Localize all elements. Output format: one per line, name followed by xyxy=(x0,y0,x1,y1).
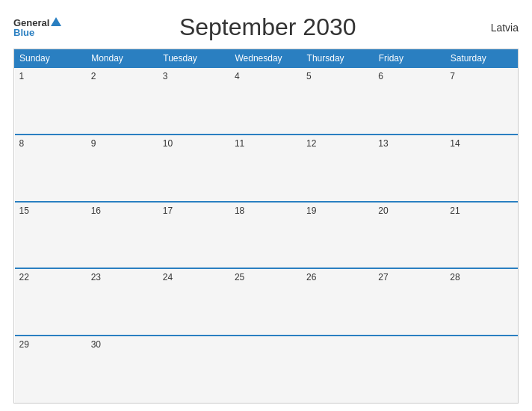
day-cell-1-6: 14 xyxy=(445,135,517,202)
day-number: 19 xyxy=(306,206,316,216)
day-cell-0-5: 6 xyxy=(374,67,445,135)
week-row-4: 2930 xyxy=(15,336,518,403)
logo-blue-text: Blue xyxy=(13,28,34,37)
day-number: 28 xyxy=(450,272,460,282)
day-number: 21 xyxy=(450,206,460,216)
day-cell-3-2: 24 xyxy=(158,268,230,336)
day-cell-1-3: 11 xyxy=(230,135,302,202)
day-cell-4-1: 30 xyxy=(87,336,158,403)
day-number: 1 xyxy=(19,71,25,81)
day-number: 11 xyxy=(235,138,244,149)
day-cell-0-0: 1 xyxy=(15,67,87,135)
day-number: 20 xyxy=(378,206,388,216)
day-number: 26 xyxy=(306,272,316,282)
header-wednesday: Wednesday xyxy=(230,50,302,68)
day-number: 23 xyxy=(91,272,101,282)
day-number: 7 xyxy=(450,71,455,81)
day-cell-0-1: 2 xyxy=(87,67,158,135)
day-cell-1-1: 9 xyxy=(87,135,158,202)
day-cell-4-5 xyxy=(374,336,445,403)
week-row-3: 22232425262728 xyxy=(15,268,518,336)
day-cell-3-5: 27 xyxy=(374,268,445,336)
day-cell-1-0: 8 xyxy=(15,135,87,202)
day-number: 8 xyxy=(19,138,25,149)
logo: General Blue xyxy=(13,18,61,37)
day-cell-1-4: 12 xyxy=(302,135,374,202)
day-cell-4-0: 29 xyxy=(15,336,87,403)
day-number: 14 xyxy=(450,138,460,149)
day-cell-3-4: 26 xyxy=(302,268,374,336)
day-number: 13 xyxy=(378,138,388,149)
day-number: 27 xyxy=(378,272,388,282)
day-number: 3 xyxy=(163,71,168,81)
day-cell-0-2: 3 xyxy=(158,67,230,135)
day-number: 22 xyxy=(19,272,29,282)
day-number: 15 xyxy=(19,206,29,216)
day-number: 4 xyxy=(235,71,240,81)
day-cell-3-3: 25 xyxy=(230,268,302,336)
day-cell-4-3 xyxy=(230,336,302,403)
page: General Blue September 2030 Latvia Sunda… xyxy=(0,0,532,411)
day-cell-0-6: 7 xyxy=(445,67,517,135)
day-number: 18 xyxy=(235,206,244,216)
day-number: 30 xyxy=(91,339,101,350)
week-row-0: 1234567 xyxy=(15,67,518,135)
day-number: 12 xyxy=(306,138,316,149)
day-number: 5 xyxy=(306,71,312,81)
logo-general-text: General xyxy=(13,18,49,28)
calendar-title: September 2030 xyxy=(61,13,474,41)
day-number: 24 xyxy=(163,272,173,282)
logo-triangle-icon xyxy=(51,17,61,26)
day-cell-1-2: 10 xyxy=(158,135,230,202)
day-cell-2-6: 21 xyxy=(445,202,517,269)
day-cell-3-1: 23 xyxy=(87,268,158,336)
day-number: 10 xyxy=(163,138,173,149)
header-friday: Friday xyxy=(374,50,445,68)
day-number: 9 xyxy=(91,138,96,149)
country-label: Latvia xyxy=(474,22,519,34)
header-tuesday: Tuesday xyxy=(158,50,230,68)
day-cell-4-6 xyxy=(445,336,517,403)
header-saturday: Saturday xyxy=(445,50,517,68)
day-cell-2-2: 17 xyxy=(158,202,230,269)
header-monday: Monday xyxy=(87,50,158,68)
day-number: 29 xyxy=(19,339,29,350)
day-cell-1-5: 13 xyxy=(374,135,445,202)
day-cell-4-4 xyxy=(302,336,374,403)
day-cell-2-0: 15 xyxy=(15,202,87,269)
day-number: 25 xyxy=(235,272,244,282)
day-cell-2-3: 18 xyxy=(230,202,302,269)
header-sunday: Sunday xyxy=(15,50,87,68)
day-cell-3-0: 22 xyxy=(15,268,87,336)
day-cell-0-3: 4 xyxy=(230,67,302,135)
days-header-row: Sunday Monday Tuesday Wednesday Thursday… xyxy=(15,50,518,68)
day-cell-2-4: 19 xyxy=(302,202,374,269)
header-thursday: Thursday xyxy=(302,50,374,68)
day-cell-2-5: 20 xyxy=(374,202,445,269)
day-cell-3-6: 28 xyxy=(445,268,517,336)
day-number: 6 xyxy=(378,71,383,81)
day-number: 2 xyxy=(91,71,96,81)
week-row-2: 15161718192021 xyxy=(15,202,518,269)
week-row-1: 891011121314 xyxy=(15,135,518,202)
day-number: 17 xyxy=(163,206,173,216)
day-cell-0-4: 5 xyxy=(302,67,374,135)
day-cell-4-2 xyxy=(158,336,230,403)
day-cell-2-1: 16 xyxy=(87,202,158,269)
header: General Blue September 2030 Latvia xyxy=(13,13,519,41)
calendar: Sunday Monday Tuesday Wednesday Thursday… xyxy=(13,49,519,404)
day-number: 16 xyxy=(91,206,101,216)
